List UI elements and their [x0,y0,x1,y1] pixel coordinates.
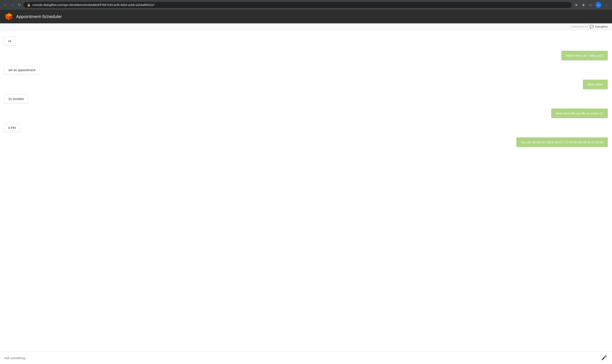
message-row: What date? [4,80,608,89]
dialogflow-brand: Dialogflow [595,25,608,28]
message-row: 31 October [4,94,608,104]
message-row: Hello! How can I help you? [4,51,608,60]
bot-bubble: Hello! How can I help you? [561,51,608,60]
lock-icon: 🔒 [27,3,31,7]
extensions-button[interactable]: ■ [581,2,586,8]
user-bubble: Hi [4,37,15,46]
back-button[interactable]: ← [2,2,8,8]
chat-input[interactable] [4,356,600,360]
message-row: what time will you like to come in? [4,108,608,118]
mic-button[interactable]: 🎤 [600,354,608,362]
bot-bubble: what time will you like to come in? [551,108,608,118]
app-header: Appointment-Scheduler [0,10,612,23]
user-bubble: set an appointment [4,65,40,75]
message-row: set an appointment [4,65,608,75]
user-bubble: 8 PM [4,123,20,132]
bot-bubble: You are all set for 2024-10-31T12:00:00+… [516,137,608,147]
user-bubble: 31 October [4,94,28,104]
message-row: 8 PM [4,123,608,132]
chat-area: HiHello! How can I help you?set an appoi… [0,30,612,351]
message-row: Hi [4,37,608,46]
browser-chrome: ← → ↻ 🔒 console.dialogflow.com/api-clien… [0,0,612,10]
bot-bubble: What date? [583,80,608,89]
star-button[interactable]: ★ [573,2,579,8]
powered-by-label: POWERED BY [571,26,588,28]
app-title: Appointment-Scheduler [16,14,62,19]
message-row: You are all set for 2024-10-31T12:00:00+… [4,137,608,147]
app-logo-icon [5,13,13,20]
more-menu-button[interactable]: ⋮ [603,2,610,8]
dialogflow-icon: 💬 [589,25,594,29]
url-text: console.dialogflow.com/api-client/demo/e… [32,3,568,7]
profile-avatar[interactable]: n [595,2,601,8]
forward-button[interactable]: → [10,2,15,8]
powered-by-bar: POWERED BY 💬 Dialogflow [0,23,612,30]
address-bar[interactable]: 🔒 console.dialogflow.com/api-client/demo… [24,2,572,8]
cast-button[interactable]: ▭ [587,2,594,8]
input-area: 🎤 [0,351,612,364]
refresh-button[interactable]: ↻ [17,2,22,8]
